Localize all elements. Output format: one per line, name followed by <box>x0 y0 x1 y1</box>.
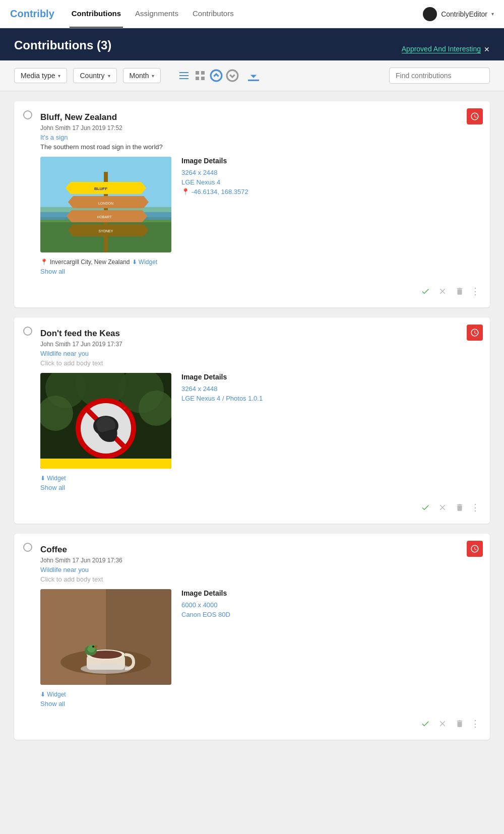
user-dropdown-arrow[interactable]: ▾ <box>491 11 494 17</box>
card-3-reject-button[interactable] <box>436 718 449 730</box>
svg-text:BLUFF: BLUFF <box>94 186 107 191</box>
card-2-meta: John Smith 17 Jun 2019 17:37 <box>24 341 480 348</box>
card-1-widget-link[interactable]: ⬇ Widget <box>132 259 158 266</box>
card-2-checkbox[interactable] <box>23 327 32 336</box>
svg-text:HOBART: HOBART <box>97 215 112 219</box>
card-3-title: Coffee <box>24 545 480 555</box>
card-1-image: BLUFF LONDON HOBART SYDNEY <box>40 157 171 252</box>
find-input[interactable] <box>389 68 490 84</box>
svg-rect-3 <box>196 71 199 75</box>
header: Contribly Contributions Assignments Cont… <box>0 0 504 28</box>
card-3-image-details-title: Image Details <box>181 589 480 597</box>
card-3-content: Image Details 6000 x 4000 Canon EOS 80D <box>24 589 480 685</box>
username: ContriblyEditor <box>441 10 487 18</box>
card-3-more-button[interactable]: ⋮ <box>471 718 480 729</box>
contributions-list: Bluff, New Zealand John Smith 17 Jun 201… <box>0 91 504 760</box>
card-1-approve-button[interactable] <box>419 285 431 297</box>
card-3-tag[interactable]: Wildlife near you <box>24 566 480 573</box>
sort-asc-icon[interactable] <box>209 69 223 83</box>
card-3-dimensions: 6000 x 4000 <box>181 601 480 609</box>
card-1-location: 📍 Invercargill City, New Zealand ⬇ Widge… <box>24 259 480 266</box>
media-type-label: Media type <box>21 72 55 80</box>
grid-view-icon[interactable] <box>193 69 207 83</box>
card-3-checkbox[interactable] <box>23 543 32 552</box>
card-3-actions: ⋮ <box>24 714 480 730</box>
toolbar: Media type ▾ Country ▾ Month ▾ <box>0 60 504 91</box>
user-area: ContriblyEditor ▾ <box>423 7 494 21</box>
card-2-body: Click to add body text <box>24 359 480 367</box>
card-3-clock[interactable] <box>467 541 483 557</box>
card-1-reject-button[interactable] <box>436 285 449 297</box>
card-2-widget: ⬇ Widget <box>24 475 480 482</box>
svg-rect-6 <box>201 77 205 80</box>
svg-rect-2 <box>179 78 188 79</box>
card-1-delete-button[interactable] <box>454 285 466 297</box>
avatar <box>423 7 437 21</box>
card-2-delete-button[interactable] <box>454 501 466 514</box>
card-1-checkbox[interactable] <box>23 110 32 119</box>
svg-point-8 <box>227 70 238 81</box>
card-3-meta: John Smith 17 Jun 2019 17:36 <box>24 557 480 564</box>
card-1-show-all[interactable]: Show all <box>24 268 480 275</box>
card-2-dimensions: 3264 x 2448 <box>181 385 480 393</box>
card-1-geo: 📍-46.6134, 168.3572 <box>181 188 480 196</box>
card-3-widget: ⬇ Widget <box>24 691 480 698</box>
view-controls <box>177 69 261 83</box>
filter-tag: Approved And Interesting ✕ <box>402 45 490 53</box>
card-1-image-details: Image Details 3264 x 2448 LGE Nexus 4 📍-… <box>181 157 480 252</box>
month-dropdown[interactable]: Month ▾ <box>123 68 161 83</box>
nav-assignments[interactable]: Assignments <box>133 0 180 28</box>
contribution-card-3: Coffee John Smith 17 Jun 2019 17:36 Wild… <box>14 534 490 740</box>
card-2-more-button[interactable]: ⋮ <box>471 502 480 513</box>
filter-tag-text: Approved And Interesting <box>402 45 481 53</box>
card-2-image-details: Image Details 3264 x 2448 LGE Nexus 4 / … <box>181 373 480 469</box>
list-view-icon[interactable] <box>177 69 191 83</box>
card-1-body: The southern most road sign in the world… <box>24 143 480 151</box>
card-1-meta: John Smith 17 Jun 2019 17:52 <box>24 124 480 132</box>
card-2-widget-link[interactable]: ⬇ Widget <box>40 475 66 482</box>
svg-point-43 <box>92 646 94 648</box>
card-3-image <box>40 589 171 685</box>
card-1-more-button[interactable]: ⋮ <box>471 286 480 297</box>
card-2-reject-button[interactable] <box>436 501 449 514</box>
card-2-image <box>40 373 171 469</box>
main-nav: Contributions Assignments Contributors <box>70 0 423 28</box>
nav-contributions[interactable]: Contributions <box>70 0 123 28</box>
card-3-approve-button[interactable] <box>419 718 431 730</box>
card-2-actions: ⋮ <box>24 497 480 514</box>
country-dropdown[interactable]: Country ▾ <box>73 68 116 83</box>
card-2-approve-button[interactable] <box>419 501 431 514</box>
card-2-clock[interactable] <box>467 325 483 341</box>
card-1-dimensions: 3264 x 2448 <box>181 169 480 176</box>
card-2-tag[interactable]: Wildlife near you <box>24 350 480 357</box>
media-type-dropdown[interactable]: Media type ▾ <box>14 68 67 83</box>
contribution-card-1: Bluff, New Zealand John Smith 17 Jun 201… <box>14 101 490 307</box>
card-3-image-details: Image Details 6000 x 4000 Canon EOS 80D <box>181 589 480 685</box>
download-icon[interactable] <box>246 69 261 83</box>
filter-tag-close[interactable]: ✕ <box>484 45 490 53</box>
svg-rect-5 <box>196 77 199 80</box>
month-arrow: ▾ <box>152 73 154 79</box>
card-3-body: Click to add body text <box>24 575 480 583</box>
svg-text:SYDNEY: SYDNEY <box>99 229 113 233</box>
sort-desc-icon[interactable] <box>225 69 239 83</box>
banner: Contributions (3) Approved And Interesti… <box>0 28 504 60</box>
card-2-device: LGE Nexus 4 / Photos 1.0.1 <box>181 395 480 402</box>
media-type-arrow: ▾ <box>58 73 60 79</box>
svg-rect-1 <box>179 75 188 76</box>
card-2-title: Don't feed the Keas <box>24 329 480 339</box>
nav-contributors[interactable]: Contributors <box>191 0 236 28</box>
logo: Contribly <box>10 8 54 20</box>
card-1-image-details-title: Image Details <box>181 157 480 165</box>
card-1-content: BLUFF LONDON HOBART SYDNEY Image Details… <box>24 157 480 252</box>
card-1-device: LGE Nexus 4 <box>181 178 480 186</box>
contribution-card-2: Don't feed the Keas John Smith 17 Jun 20… <box>14 317 490 524</box>
month-label: Month <box>130 72 149 80</box>
card-1-actions: ⋮ <box>24 281 480 297</box>
card-3-show-all[interactable]: Show all <box>24 700 480 708</box>
card-3-widget-link[interactable]: ⬇ Widget <box>40 691 66 698</box>
card-1-tag[interactable]: It's a sign <box>24 134 480 141</box>
card-3-delete-button[interactable] <box>454 718 466 730</box>
card-1-clock[interactable] <box>467 108 483 124</box>
card-2-show-all[interactable]: Show all <box>24 484 480 491</box>
